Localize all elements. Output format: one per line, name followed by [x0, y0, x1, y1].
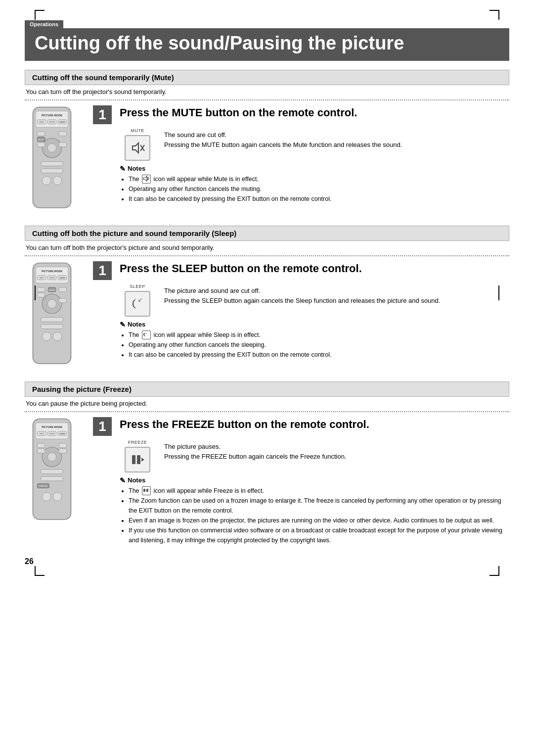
- freeze-button-label: FREEZE: [128, 440, 147, 445]
- sleep-remote-image: PICTURE MODE STD DYN GAME SLEEP: [25, 260, 84, 371]
- dotted-sep-freeze: [25, 411, 509, 412]
- sleep-section-header: Cutting off both the picture and sound t…: [25, 226, 509, 241]
- freeze-step-description: The picture pauses. Pressing the FREEZE …: [164, 440, 509, 462]
- svg-text:DYN: DYN: [49, 432, 54, 435]
- sleep-step-number: 1: [93, 261, 112, 280]
- sleep-step-row: PICTURE MODE STD DYN GAME SLEEP: [25, 260, 509, 371]
- svg-rect-61: [59, 443, 66, 448]
- sleep-section: Cutting off both the picture and sound t…: [25, 226, 509, 371]
- svg-text:PICTURE MODE: PICTURE MODE: [42, 425, 63, 428]
- svg-point-69: [53, 492, 62, 501]
- sleep-icon-svg: z z: [129, 295, 146, 313]
- sleep-note-3: It can also be canceled by pressing the …: [129, 350, 509, 360]
- svg-text:PICTURE MODE: PICTURE MODE: [42, 270, 63, 273]
- svg-rect-18: [41, 169, 63, 173]
- sleep-inline-icon: z: [142, 331, 151, 339]
- sleep-notes-section: Notes The z icon will appear while Sleep…: [120, 321, 509, 360]
- freeze-section-desc: You can pause the picture being projecte…: [26, 400, 509, 407]
- svg-rect-60: [37, 443, 44, 448]
- freeze-step-title-row: 1 Press the FREEZE button on the remote …: [93, 416, 509, 436]
- mute-note-2: Operating any other function cancels the…: [129, 184, 509, 194]
- page-container: Operations Cutting off the sound/Pausing…: [25, 0, 509, 586]
- corner-mark-tr: [490, 10, 499, 20]
- mute-button-icon-box: MUTE: [120, 128, 155, 161]
- mute-notes-section: Notes The icon will appear while Mute is…: [120, 165, 509, 204]
- freeze-step-content: 1 Press the FREEZE button on the remote …: [93, 416, 509, 545]
- sleep-remote-svg: PICTURE MODE STD DYN GAME SLEEP: [25, 260, 79, 369]
- freeze-note-2: The Zoom function can be used on a froze…: [129, 496, 509, 516]
- svg-text:STD: STD: [40, 277, 44, 279]
- svg-text:STD: STD: [40, 121, 44, 123]
- svg-rect-14: [59, 132, 66, 136]
- svg-point-68: [42, 492, 51, 501]
- svg-rect-73: [143, 489, 145, 492]
- mute-note-3: It can also be canceled by pressing the …: [129, 194, 509, 204]
- dotted-sep-mute: [25, 99, 509, 100]
- svg-text:GAME: GAME: [59, 432, 65, 435]
- svg-text:FREEZE: FREEZE: [39, 485, 47, 487]
- svg-point-59: [47, 452, 56, 461]
- sleep-button-label: SLEEP: [130, 284, 145, 289]
- corner-mark-bl: [35, 566, 44, 576]
- mute-button-label: MUTE: [131, 128, 144, 133]
- sleep-button-icon-box: SLEEP z z: [120, 284, 155, 317]
- main-title: Cutting off the sound/Pausing the pictur…: [25, 28, 509, 61]
- operations-label: Operations: [25, 20, 509, 28]
- page-number: 26: [25, 557, 509, 566]
- mute-inline-icon: [142, 175, 151, 184]
- sleep-notes-list: The z icon will appear while Sleep is in…: [129, 330, 509, 360]
- svg-text:MUTE: MUTE: [38, 138, 44, 141]
- mute-step-title-row: 1 Press the MUTE button on the remote co…: [93, 104, 509, 124]
- svg-rect-50: [36, 423, 68, 439]
- sleep-step-heading: Press the SLEEP button on the remote con…: [120, 260, 509, 275]
- mute-section-header: Cutting off the sound temporarily (Mute): [25, 70, 509, 85]
- mute-remote-svg: PICTURE MODE STD DYN GAME MUTE: [25, 104, 79, 213]
- mute-step-description: The sound are cut off. Pressing the MUTE…: [164, 128, 509, 150]
- sleep-note-1: The z icon will appear while Sleep is in…: [129, 330, 509, 340]
- mute-icon-svg: [129, 139, 146, 157]
- mute-step-row: PICTURE MODE STD DYN GAME MUTE: [25, 104, 509, 215]
- svg-point-45: [53, 332, 62, 341]
- sleep-step-title-row: 1 Press the SLEEP button on the remote c…: [93, 260, 509, 280]
- mute-remote-image: PICTURE MODE STD DYN GAME MUTE: [25, 104, 84, 215]
- freeze-notes-section: Notes The icon will appear while Freeze …: [120, 476, 509, 545]
- svg-point-10: [47, 143, 56, 152]
- svg-rect-39: [59, 287, 66, 292]
- svg-point-20: [53, 176, 62, 185]
- svg-text:PICTURE MODE: PICTURE MODE: [42, 114, 63, 117]
- svg-text:z: z: [146, 332, 147, 334]
- svg-rect-42: [41, 317, 63, 322]
- sleep-note-2: Operating any other function cancels the…: [129, 340, 509, 350]
- mute-section: Cutting off the sound temporarily (Mute)…: [25, 70, 509, 215]
- freeze-remote-svg: PICTURE MODE STD DYN GAME: [25, 416, 79, 525]
- svg-rect-1: [36, 111, 68, 127]
- corner-mark-br: [490, 566, 499, 576]
- svg-point-44: [42, 332, 51, 341]
- mute-section-desc: You can turn off the projector's sound t…: [26, 88, 509, 95]
- freeze-notes-list: The icon will appear while Freeze is in …: [129, 486, 509, 545]
- svg-rect-63: [59, 449, 66, 453]
- freeze-inline-icon: [142, 486, 151, 495]
- sleep-step-description: The picture and sound are cut off. Press…: [164, 284, 509, 306]
- freeze-icon-circle: [125, 447, 150, 472]
- svg-text:z: z: [140, 297, 142, 300]
- svg-rect-43: [41, 325, 63, 329]
- freeze-step-number: 1: [93, 417, 112, 436]
- sleep-step-content: 1 Press the SLEEP button on the remote c…: [93, 260, 509, 360]
- side-mark-right: [498, 285, 499, 300]
- freeze-step-heading: Press the FREEZE button on the remote co…: [120, 416, 509, 430]
- svg-rect-71: [137, 455, 140, 464]
- dotted-sep-sleep: [25, 255, 509, 256]
- svg-rect-40: [37, 293, 44, 297]
- mute-icon-circle: [125, 135, 150, 161]
- svg-rect-65: [41, 476, 63, 481]
- svg-rect-26: [36, 267, 68, 283]
- svg-rect-41: [59, 298, 66, 303]
- freeze-button-icon-box: FREEZE: [120, 440, 155, 472]
- mute-step-heading: Press the MUTE button on the remote cont…: [120, 104, 509, 119]
- svg-text:GAME: GAME: [59, 121, 65, 123]
- svg-rect-64: [41, 470, 63, 474]
- mute-notes-title: Notes: [120, 165, 509, 173]
- freeze-notes-title: Notes: [120, 476, 509, 484]
- freeze-remote-image: PICTURE MODE STD DYN GAME: [25, 416, 84, 526]
